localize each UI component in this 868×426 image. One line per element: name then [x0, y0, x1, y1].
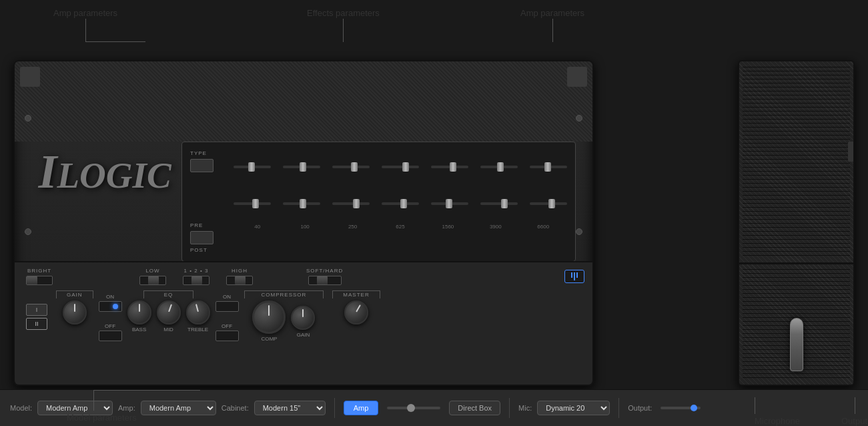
freq-625: 625 — [376, 224, 424, 230]
freq-1560: 1560 — [424, 224, 472, 230]
eq-slider-b6-track[interactable] — [480, 202, 518, 205]
cabinet-select[interactable]: Modern 15" — [254, 401, 326, 415]
mid-knob[interactable] — [157, 300, 181, 325]
annotation-effects-label: Effects parameters — [307, 8, 380, 18]
freq-6600: 6600 — [520, 224, 567, 230]
eq-slider-6-track[interactable] — [480, 166, 518, 168]
type-label: TYPE — [190, 150, 224, 156]
freq-3900: 3900 — [472, 224, 519, 230]
eq-slider-2-track[interactable] — [283, 166, 320, 168]
eq-slider-1-track[interactable] — [234, 166, 271, 168]
pre-label: PRE — [190, 222, 224, 228]
compressor-section-label: COMPRESSOR — [244, 290, 324, 298]
eq-slider-4-track[interactable] — [382, 166, 419, 168]
channel-ii-btn[interactable]: II — [26, 318, 47, 330]
amp-label: Amp: — [118, 404, 135, 412]
comp-label: COMP — [261, 336, 277, 342]
mic-select[interactable]: Dynamic 20 — [537, 401, 610, 415]
eq-section-label: EQ — [143, 290, 194, 298]
amp-body: ILOGIC TYPE PRE POST — [13, 60, 594, 386]
channel-i-btn[interactable]: I — [26, 304, 47, 316]
model-label: Model: — [10, 404, 32, 412]
annotation-amp-right-label: Amp parameters — [520, 8, 584, 18]
type-button[interactable] — [190, 159, 213, 172]
logo-area: ILOGIC — [35, 142, 175, 202]
comp-on-label: ON — [223, 294, 231, 300]
bass-knob[interactable] — [127, 300, 151, 325]
eq-slider-7-track[interactable] — [530, 166, 567, 168]
speaker-top — [739, 61, 853, 264]
speaker-cabinet — [738, 60, 855, 386]
amp-select[interactable]: Modern Amp — [141, 401, 216, 415]
bass-label: BASS — [132, 327, 146, 333]
softhard-label: SOFT/HARD — [306, 268, 343, 274]
eq-indicator[interactable] — [564, 270, 584, 283]
model-select[interactable]: Modern Amp — [37, 401, 113, 415]
mid123-switch[interactable] — [183, 276, 209, 285]
effects-panel: TYPE PRE POST — [181, 142, 576, 262]
amp-controls: BRIGHT LOW 1 • 2 • 3 — [15, 261, 592, 385]
freq-100: 100 — [281, 224, 328, 230]
eq-slider-b2-track[interactable] — [283, 202, 320, 205]
comp-off-btn[interactable] — [215, 331, 239, 341]
eq-on-label: ON — [106, 294, 114, 300]
high-label: HIGH — [232, 268, 248, 274]
master-knob[interactable] — [344, 300, 368, 325]
annotation-amp-left: Amp parameters — [53, 7, 117, 19]
bright-switch[interactable] — [26, 276, 53, 285]
softhard-switch[interactable] — [308, 276, 342, 285]
comp-gain-knob[interactable] — [291, 306, 315, 330]
pre-button[interactable] — [190, 231, 213, 244]
amp-toggle-btn[interactable]: Amp — [344, 401, 379, 415]
output-slider[interactable] — [661, 407, 701, 409]
mid-label: MID — [163, 327, 173, 333]
mid123-label: 1 • 2 • 3 — [184, 268, 209, 274]
comp-on-btn[interactable] — [215, 301, 239, 312]
eq-slider-5-track[interactable] — [431, 166, 468, 168]
comp-off-label: OFF — [222, 323, 232, 329]
bright-label: BRIGHT — [27, 268, 51, 274]
eq-slider-3-track[interactable] — [332, 166, 370, 168]
eq-off-label: OFF — [105, 323, 115, 329]
speaker-bottom — [739, 264, 853, 385]
treble-knob[interactable] — [186, 300, 210, 325]
low-label: LOW — [145, 268, 159, 274]
eq-off-btn[interactable] — [99, 331, 122, 341]
eq-slider-b1-track[interactable] — [234, 202, 271, 205]
cabinet-label: Cabinet: — [222, 404, 249, 412]
eq-slider-b7-track[interactable] — [530, 202, 567, 205]
eq-on-btn[interactable] — [99, 301, 122, 312]
eq-slider-b4-track[interactable] — [382, 202, 419, 205]
gain-section-label: GAIN — [56, 290, 93, 298]
logo-text: ILOGIC — [38, 144, 171, 200]
comp-knob[interactable] — [252, 300, 286, 334]
annotation-effects: Effects parameters — [307, 7, 380, 19]
corner-tl — [20, 67, 40, 87]
freq-40: 40 — [234, 224, 281, 230]
comp-gain-label: GAIN — [297, 332, 310, 338]
annotation-amp-left-label: Amp parameters — [53, 8, 117, 18]
mic-element — [790, 318, 803, 371]
amp-fabric-top — [15, 61, 592, 142]
treble-label: TREBLE — [187, 327, 208, 333]
post-label: POST — [190, 247, 224, 253]
output-label: Output: — [628, 404, 652, 412]
master-section-label: MASTER — [332, 290, 380, 298]
eq-slider-b5-track[interactable] — [431, 202, 468, 205]
amp-level-slider[interactable] — [387, 407, 440, 409]
high-switch[interactable] — [226, 276, 253, 285]
freq-250: 250 — [329, 224, 376, 230]
corner-tr — [567, 67, 587, 87]
direct-box-btn[interactable]: Direct Box — [449, 401, 500, 415]
low-switch[interactable] — [139, 276, 166, 285]
bottom-bar: Model: Modern Amp Amp: Modern Amp Cabine… — [0, 389, 868, 426]
eq-slider-b3-track[interactable] — [332, 202, 370, 205]
annotation-amp-right: Amp parameters — [520, 7, 584, 19]
gain-knob[interactable] — [63, 300, 87, 325]
mic-label: Mic: — [518, 404, 532, 412]
